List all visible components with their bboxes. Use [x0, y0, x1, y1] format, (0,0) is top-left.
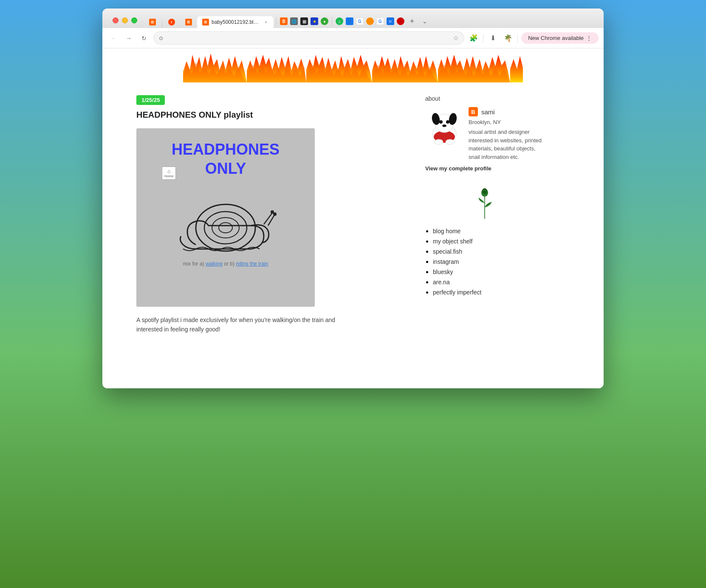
svg-point-28 [446, 139, 454, 144]
tab-active[interactable]: B baby500012192.blogspot.com × [197, 16, 274, 28]
profile-section: B sami Brooklyn, NY visual artist and de… [425, 107, 544, 161]
favicon-drop[interactable]: ● [321, 17, 328, 25]
svg-point-14 [219, 223, 232, 233]
profile-dog-image [425, 107, 463, 145]
post-description: A spotify playlist i made exclusively fo… [136, 315, 408, 334]
link-instagram[interactable]: instagram [433, 258, 459, 265]
tab-2-favicon: r [168, 19, 175, 25]
new-chrome-menu-icon: ⋮ [586, 35, 592, 41]
address-security-icon: ⊙ [159, 35, 163, 41]
link-bluesky[interactable]: bluesky [433, 269, 453, 275]
headphones-text-2: ONLY [205, 160, 246, 177]
view-profile-link[interactable]: View my complete profile [425, 165, 491, 172]
favicon-days[interactable]: D [387, 17, 394, 25]
url-input[interactable]: baby500012192.blogspot.com [167, 35, 449, 42]
tab-close-button[interactable]: × [263, 19, 268, 25]
tab-1[interactable]: B [144, 16, 161, 28]
browser-window: B r B B baby500012192.blogspot.com × [102, 8, 604, 388]
tab-3[interactable]: B [180, 16, 197, 28]
tab-1-favicon: B [149, 19, 156, 25]
post-title: HEADPHONES ONLY playlist [136, 110, 408, 120]
svg-point-24 [439, 120, 443, 124]
tab-divider-1 [162, 20, 162, 28]
rose-decoration [425, 185, 544, 219]
tab-2[interactable]: r [163, 16, 180, 28]
list-item: perfectly imperfect [433, 288, 544, 296]
address-bar[interactable]: ⊙ baby500012192.blogspot.com ☆ [153, 31, 464, 45]
sidebar-about: about [425, 95, 544, 172]
nav-separator [483, 34, 483, 42]
favicon-globe[interactable]: 🌐 [290, 17, 298, 25]
minimize-window-button[interactable] [122, 17, 128, 23]
svg-point-18 [273, 212, 277, 216]
palm-tree-button[interactable]: 🌴 [502, 32, 514, 44]
profile-name: sami [481, 108, 495, 116]
extra-tab-icons: B 🌐 ▦ ★ ● ♫ 👤 G [275, 16, 430, 28]
favicon-star[interactable]: ★ [311, 17, 318, 25]
bookmark-button[interactable]: ☆ [453, 34, 459, 42]
favicon-blogger[interactable]: B [280, 17, 288, 25]
link-arena[interactable]: are.na [433, 279, 450, 286]
list-item: blog home [433, 227, 544, 235]
favicon-red[interactable] [397, 17, 404, 25]
back-button[interactable]: ← [107, 32, 119, 44]
left-column: 1/25/25 HEADPHONES ONLY playlist HEADPHO… [136, 95, 408, 334]
link-perfectly-imperfect[interactable]: perfectly imperfect [433, 289, 481, 296]
close-window-button[interactable] [113, 17, 119, 23]
main-layout: 1/25/25 HEADPHONES ONLY playlist HEADPHO… [102, 82, 604, 347]
date-badge: 1/25/25 [136, 95, 165, 105]
link-object-shelf[interactable]: my object shelf [433, 238, 472, 245]
headphones-text-1: HEADPHONES [172, 141, 280, 158]
profile-bio: visual artist and designer interested in… [469, 128, 544, 161]
mix-walking-link[interactable]: walking [206, 261, 223, 267]
about-title: about [425, 95, 544, 102]
post-image-inner: HEADPHONES ONLY ⌂ Home [136, 128, 315, 307]
favicon-spotify[interactable]: ♫ [336, 17, 343, 25]
svg-point-12 [204, 212, 247, 244]
reload-button[interactable]: ↻ [138, 32, 150, 44]
flames-svg [183, 53, 523, 82]
favicon-archive[interactable]: ▦ [300, 17, 308, 25]
maximize-window-button[interactable] [131, 17, 137, 23]
sidebar-links: blog home my object shelf special.fish i… [425, 227, 544, 296]
extensions-button[interactable]: 🧩 [468, 32, 480, 44]
mix-text: mix for a) walking or b) riding the trai… [183, 261, 268, 267]
favicon-person[interactable]: 👤 [346, 17, 353, 25]
traffic-lights [113, 17, 137, 23]
profile-info: B sami Brooklyn, NY visual artist and de… [469, 107, 544, 161]
favicon-google[interactable]: G [356, 17, 364, 25]
title-bar: B r B B baby500012192.blogspot.com × [102, 8, 604, 28]
mix-train-link[interactable]: riding the train [236, 261, 268, 267]
svg-marker-5 [510, 56, 523, 82]
svg-point-31 [482, 188, 487, 194]
download-button[interactable]: ⬇ [487, 32, 499, 44]
blogger-icon: B [469, 107, 478, 116]
link-blog-home[interactable]: blog home [433, 228, 460, 235]
post-image: HEADPHONES ONLY ⌂ Home [136, 128, 315, 307]
svg-point-13 [212, 218, 239, 238]
snail-illustration [166, 189, 285, 257]
new-chrome-button[interactable]: New Chrome available ⋮ [521, 32, 599, 44]
right-column: about [425, 95, 544, 334]
tab-list-button[interactable]: ⌄ [420, 16, 430, 26]
nav-bar: ← → ↻ ⊙ baby500012192.blogspot.com ☆ 🧩 ⬇… [102, 28, 604, 48]
list-item: instagram [433, 258, 544, 266]
tab-active-favicon: B [202, 19, 209, 25]
favicon-google2[interactable]: G [376, 17, 384, 25]
page-content: 1/25/25 HEADPHONES ONLY playlist HEADPHO… [102, 48, 604, 388]
svg-point-27 [435, 139, 443, 144]
home-icon-box: ⌂ Home [162, 167, 176, 180]
list-item: my object shelf [433, 237, 544, 245]
svg-line-15 [264, 213, 272, 224]
list-item: special.fish [433, 248, 544, 255]
nav-separator-2 [517, 34, 518, 42]
profile-header: B sami [469, 107, 544, 116]
new-tab-button[interactable]: + [407, 16, 417, 26]
svg-point-25 [446, 120, 449, 124]
tab-active-label: baby500012192.blogspot.com [212, 19, 261, 25]
new-chrome-label: New Chrome available [528, 35, 584, 41]
forward-button[interactable]: → [123, 32, 135, 44]
list-item: bluesky [433, 268, 544, 276]
favicon-orange[interactable] [366, 17, 374, 25]
link-special-fish[interactable]: special.fish [433, 248, 462, 255]
